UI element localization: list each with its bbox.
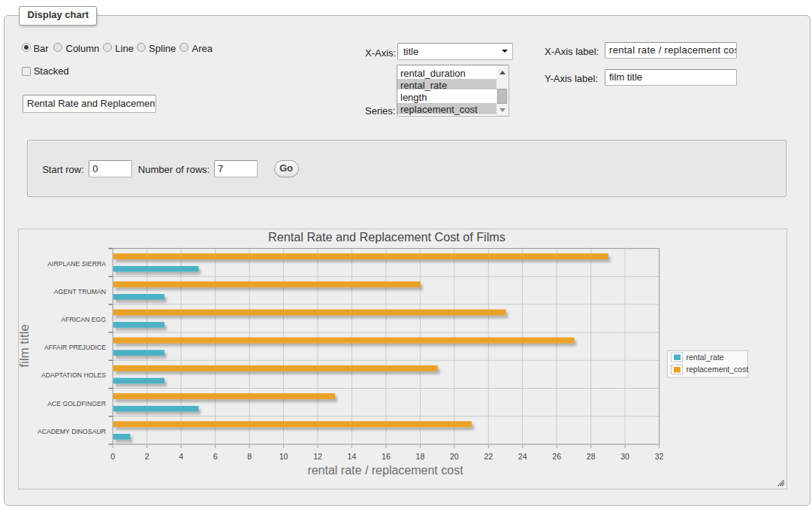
svg-text:ADAPTATION HOLES: ADAPTATION HOLES <box>41 371 106 379</box>
svg-text:film title: film title <box>18 324 32 368</box>
svg-text:18: 18 <box>416 452 425 461</box>
svg-text:10: 10 <box>279 452 288 461</box>
svg-text:rental_rate: rental_rate <box>687 353 724 362</box>
svg-text:6: 6 <box>213 452 218 461</box>
svg-text:16: 16 <box>382 452 391 461</box>
svg-text:AFFAIR PREJUDICE: AFFAIR PREJUDICE <box>44 344 106 351</box>
svg-text:12: 12 <box>313 452 322 461</box>
svg-text:20: 20 <box>450 452 459 461</box>
svg-text:8: 8 <box>247 452 252 461</box>
svg-text:2: 2 <box>145 452 149 461</box>
svg-text:32: 32 <box>655 452 664 461</box>
svg-text:ACADEMY DINOSAUR: ACADEMY DINOSAUR <box>38 428 106 435</box>
svg-text:24: 24 <box>518 452 527 461</box>
svg-text:0: 0 <box>110 452 115 461</box>
svg-text:AIRPLANE SIERRA: AIRPLANE SIERRA <box>47 260 106 268</box>
svg-text:14: 14 <box>348 452 357 461</box>
svg-text:ACE GOLDFINGER: ACE GOLDFINGER <box>47 400 106 407</box>
svg-text:30: 30 <box>620 452 629 461</box>
svg-text:Rental Rate and Replacement Co: Rental Rate and Replacement Cost of Film… <box>268 230 506 244</box>
svg-text:rental rate / replacement cost: rental rate / replacement cost <box>307 464 463 477</box>
svg-text:AFRICAN EGG: AFRICAN EGG <box>61 316 106 323</box>
svg-text:22: 22 <box>484 452 493 461</box>
svg-text:4: 4 <box>179 452 183 461</box>
svg-text:28: 28 <box>587 452 596 461</box>
svg-text:26: 26 <box>552 452 561 461</box>
svg-text:AGENT TRUMAN: AGENT TRUMAN <box>54 288 106 295</box>
svg-text:replacement_cost: replacement_cost <box>687 365 749 374</box>
